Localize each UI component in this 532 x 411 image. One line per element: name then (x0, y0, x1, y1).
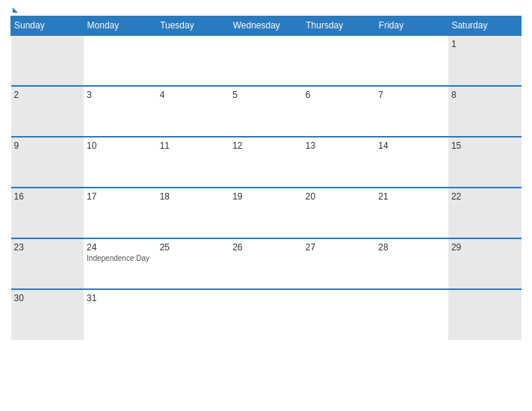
day-number: 13 (306, 140, 373, 151)
calendar-cell: 16 (11, 188, 84, 238)
day-number: 16 (14, 191, 81, 202)
day-number: 7 (378, 90, 445, 100)
day-header-wednesday: Wednesday (229, 16, 303, 36)
day-header-tuesday: Tuesday (157, 16, 230, 36)
calendar-cell (303, 35, 376, 86)
calendar-cell: 13 (303, 137, 376, 188)
calendar-cell (375, 289, 448, 340)
day-number: 27 (306, 242, 373, 253)
day-number: 17 (87, 191, 154, 202)
calendar-cell: 14 (375, 137, 448, 188)
day-number: 1 (451, 39, 519, 49)
calendar-cell: 15 (448, 137, 522, 188)
day-number: 26 (232, 242, 300, 253)
week-row-1: 2345678 (11, 86, 522, 137)
calendar-cell: 26 (229, 238, 303, 289)
day-header-sunday: Sunday (11, 16, 84, 36)
calendar-cell (303, 289, 376, 340)
calendar-cell: 20 (303, 188, 376, 238)
calendar-table: SundayMondayTuesdayWednesdayThursdayFrid… (10, 16, 522, 340)
day-number: 6 (306, 90, 373, 100)
calendar-cell: 9 (11, 137, 84, 188)
day-number: 15 (451, 140, 519, 151)
calendar-cell: 8 (448, 86, 522, 137)
calendar-cell: 29 (448, 238, 522, 289)
calendar-cell: 11 (157, 137, 230, 188)
week-row-0: 1 (11, 35, 522, 86)
calendar-cell (229, 289, 303, 340)
day-number: 20 (306, 191, 373, 202)
day-number: 14 (378, 140, 445, 151)
day-number: 29 (451, 242, 519, 253)
calendar-cell: 22 (448, 188, 522, 238)
calendar-cell (11, 35, 84, 86)
calendar-cell: 19 (229, 188, 303, 238)
week-row-2: 9101112131415 (11, 137, 522, 188)
calendar-cell: 23 (11, 238, 84, 289)
calendar-cell: 12 (229, 137, 303, 188)
calendar-cell: 28 (375, 238, 448, 289)
day-number: 31 (87, 293, 154, 303)
calendar-cell (84, 35, 157, 86)
header (10, 7, 522, 11)
logo-triangle-icon (13, 7, 18, 13)
day-header-row: SundayMondayTuesdayWednesdayThursdayFrid… (11, 16, 522, 36)
calendar-cell: 18 (157, 188, 230, 238)
calendar-cell: 7 (375, 86, 448, 137)
day-number: 2 (14, 90, 81, 100)
logo (10, 7, 18, 11)
calendar-cell: 24Independence Day (84, 238, 157, 289)
day-number: 8 (451, 90, 519, 100)
day-number: 24 (87, 242, 154, 253)
day-header-thursday: Thursday (303, 16, 376, 36)
day-number: 3 (87, 90, 154, 100)
calendar-cell (375, 35, 448, 86)
day-number: 5 (232, 90, 300, 100)
calendar-cell (157, 35, 230, 86)
calendar-cell: 5 (229, 86, 303, 137)
calendar-cell: 30 (11, 289, 84, 340)
calendar-cell: 27 (303, 238, 376, 289)
calendar-cell (229, 35, 303, 86)
week-row-3: 16171819202122 (11, 188, 522, 238)
day-number: 28 (378, 242, 445, 253)
calendar-cell: 1 (448, 35, 522, 86)
day-number: 11 (160, 140, 227, 151)
calendar-cell (448, 289, 522, 340)
calendar-cell: 25 (157, 238, 230, 289)
day-number: 10 (87, 140, 154, 151)
day-number: 18 (160, 191, 227, 202)
calendar-cell (157, 289, 230, 340)
calendar-cell: 3 (84, 86, 157, 137)
day-number: 4 (160, 90, 227, 100)
day-number: 23 (14, 242, 81, 253)
day-number: 19 (232, 191, 300, 202)
day-header-friday: Friday (375, 16, 448, 36)
logo-blue-container (10, 7, 18, 11)
calendar-cell: 4 (157, 86, 230, 137)
day-number: 22 (451, 191, 519, 202)
day-header-monday: Monday (84, 16, 157, 36)
day-event: Independence Day (87, 254, 154, 262)
day-number: 12 (232, 140, 300, 151)
week-row-4: 2324Independence Day2526272829 (11, 238, 522, 289)
calendar-cell: 2 (11, 86, 84, 137)
calendar-cell: 31 (84, 289, 157, 340)
day-number: 21 (378, 191, 445, 202)
day-number: 25 (160, 242, 227, 253)
calendar-cell: 6 (303, 86, 376, 137)
week-row-5: 3031 (11, 289, 522, 340)
calendar-wrapper: SundayMondayTuesdayWednesdayThursdayFrid… (0, 0, 532, 411)
day-number: 30 (14, 293, 81, 303)
day-header-saturday: Saturday (448, 16, 522, 36)
day-number: 9 (14, 140, 81, 151)
calendar-cell: 21 (375, 188, 448, 238)
calendar-cell: 10 (84, 137, 157, 188)
calendar-cell: 17 (84, 188, 157, 238)
